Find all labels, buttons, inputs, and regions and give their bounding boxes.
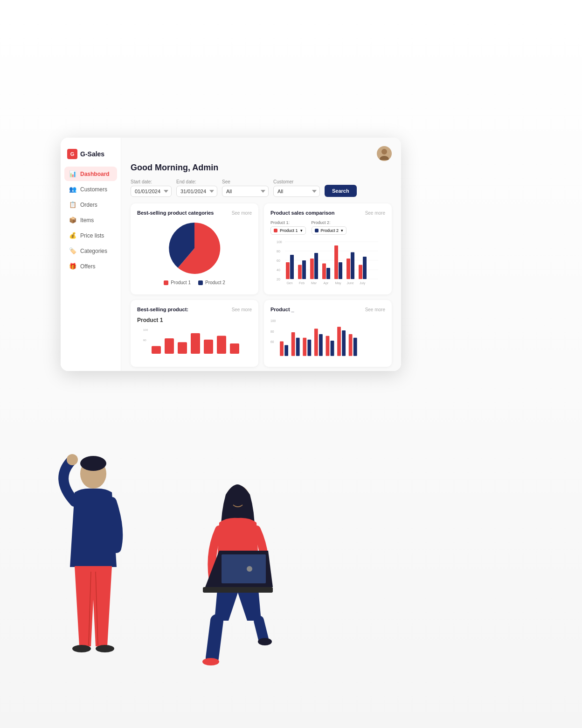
product1-selector-label: Product 1: (270, 220, 306, 225)
start-date-group: Start date: 01/01/2024 (131, 179, 172, 197)
svg-rect-56 (342, 330, 346, 356)
pie-see-more[interactable]: See more (232, 210, 252, 216)
pie-chart-header: Best-selling product categories See more (137, 210, 252, 216)
svg-rect-15 (298, 265, 302, 279)
svg-rect-51 (314, 329, 318, 356)
search-button[interactable]: Search (325, 185, 357, 197)
sidebar-item-customers[interactable]: 👥 Customers (64, 182, 117, 196)
svg-rect-48 (296, 338, 300, 356)
svg-rect-21 (322, 263, 326, 279)
sidebar-item-offers[interactable]: 🎁 Offers (64, 259, 117, 273)
svg-rect-57 (349, 334, 353, 356)
svg-rect-55 (337, 327, 341, 356)
see-group: See All (222, 179, 269, 197)
bar-chart-card: Product sales comparison See more Produc… (264, 203, 392, 294)
sidebar-item-categories[interactable]: 🏷️ Categories (64, 244, 117, 258)
customer-group: Customer All (273, 179, 320, 197)
start-date-select[interactable]: 01/01/2024 (131, 186, 172, 197)
charts-grid: Best-selling product categories See more (131, 203, 392, 367)
svg-rect-40 (217, 336, 226, 354)
best-selling-card: Best-selling product: See more Product 1… (131, 300, 258, 367)
product1-selector[interactable]: Product 1 ▾ (270, 226, 306, 235)
product2-selector[interactable]: Product 2 ▾ (312, 226, 347, 235)
end-date-select[interactable]: 31/01/2024 (176, 186, 217, 197)
customer-select[interactable]: All (273, 186, 320, 197)
sidebar: G G-Sales 📊 Dashboard 👥 Customers 📋 Orde… (61, 138, 121, 371)
pie-chart-card: Best-selling product categories See more (131, 203, 258, 294)
sidebar-item-label: Orders (80, 202, 97, 208)
product2-selector-label: Product 2: (312, 220, 347, 225)
svg-text:40: 40 (277, 268, 280, 272)
sidebar-item-price-lists[interactable]: 💰 Price lists (64, 228, 117, 243)
product1-selector-value: Product 1 (280, 228, 298, 233)
svg-text:Apr: Apr (324, 281, 329, 285)
product1-color-dot (274, 229, 277, 232)
see-select[interactable]: All (222, 186, 269, 197)
dashboard-icon: 📊 (69, 170, 76, 177)
bar-chart-svg: 100 80 60 40 20 GenFebMarAprMayJuneJuly (270, 239, 385, 286)
product2-selector-group: Product 2: Product 2 ▾ (312, 220, 347, 235)
svg-text:80: 80 (270, 330, 274, 333)
svg-text:100: 100 (277, 240, 282, 244)
main-content: Good Morning, Admin Start date: 01/01/20… (121, 138, 401, 371)
sidebar-logo: G G-Sales (61, 145, 121, 167)
svg-rect-12 (286, 262, 290, 279)
svg-text:July: July (360, 281, 366, 285)
end-date-group: End date: 31/01/2024 (176, 179, 217, 197)
product-comparison-see-more[interactable]: See more (365, 307, 385, 312)
offers-icon: 🎁 (69, 263, 76, 270)
best-selling-product-name: Product 1 (137, 317, 252, 323)
svg-rect-31 (363, 257, 367, 279)
svg-rect-18 (310, 259, 314, 279)
greeting: Good Morning, Admin (131, 163, 392, 173)
sidebar-nav: 📊 Dashboard 👥 Customers 📋 Orders 📦 Items… (61, 167, 121, 273)
svg-rect-22 (326, 268, 330, 279)
legend-dot-2 (198, 280, 203, 285)
svg-rect-19 (314, 253, 318, 279)
logo-icon: G (67, 149, 77, 159)
svg-text:100: 100 (270, 319, 276, 322)
best-selling-see-more[interactable]: See more (232, 307, 252, 312)
svg-rect-52 (319, 334, 323, 356)
items-icon: 📦 (69, 217, 76, 224)
start-date-label: Start date: (131, 179, 172, 184)
customer-label: Customer (273, 179, 320, 184)
product-comparison-header: Product _ See more (270, 307, 385, 312)
svg-rect-49 (303, 338, 306, 356)
sidebar-item-dashboard[interactable]: 📊 Dashboard (64, 167, 117, 181)
product2-color-dot (315, 229, 319, 232)
svg-text:May: May (335, 281, 341, 285)
see-label: See (222, 179, 269, 184)
svg-text:Feb: Feb (299, 281, 305, 285)
svg-rect-37 (178, 342, 187, 354)
sidebar-item-label: Price lists (80, 232, 104, 239)
svg-point-1 (380, 156, 389, 160)
svg-rect-50 (307, 340, 311, 356)
sidebar-item-items[interactable]: 📦 Items (64, 213, 117, 227)
svg-rect-36 (165, 338, 174, 354)
svg-text:20: 20 (277, 278, 280, 281)
svg-text:60: 60 (277, 259, 280, 262)
bar-chart-title: Product sales comparison (270, 210, 335, 216)
product1-chevron-icon: ▾ (300, 228, 303, 233)
product-comparison-title: Product _ (270, 307, 294, 312)
mini-bar-chart-svg: 100 60 (137, 327, 252, 355)
pie-chart-svg (166, 220, 222, 276)
svg-rect-54 (331, 341, 334, 356)
svg-rect-38 (191, 333, 200, 354)
app-name: G-Sales (80, 150, 104, 158)
svg-text:Mar: Mar (311, 281, 317, 285)
svg-rect-27 (346, 259, 350, 279)
best-selling-header: Best-selling product: See more (137, 307, 252, 312)
avatar[interactable] (377, 146, 392, 161)
customers-icon: 👥 (69, 186, 76, 193)
bar-see-more[interactable]: See more (365, 210, 385, 216)
top-bar (131, 146, 392, 161)
sidebar-item-orders[interactable]: 📋 Orders (64, 197, 117, 212)
legend-label-1: Product 1 (171, 280, 191, 285)
svg-rect-28 (351, 252, 354, 279)
legend-label-2: Product 2 (205, 280, 225, 285)
svg-rect-53 (326, 336, 330, 356)
end-date-label: End date: (176, 179, 217, 184)
svg-text:June: June (346, 281, 353, 285)
